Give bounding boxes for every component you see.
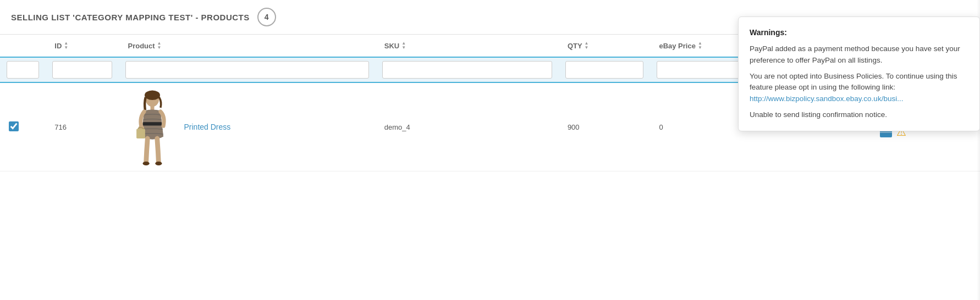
filter-product-input[interactable]: [125, 61, 368, 79]
filter-qty-input[interactable]: [565, 61, 644, 79]
row-sku-cell: demo_4: [376, 82, 559, 171]
filter-checkbox-cell: [0, 57, 46, 82]
filter-product-cell: [119, 57, 375, 82]
product-image-wrapper: Printed Dress: [128, 88, 366, 165]
page-title: SELLING LIST 'CATEGORY MAPPING TEST' - P…: [11, 13, 250, 22]
svg-rect-5: [137, 129, 146, 139]
ebay-price-sort-icon[interactable]: ▲ ▼: [698, 41, 702, 50]
page-wrapper: SELLING LIST 'CATEGORY MAPPING TEST' - P…: [0, 0, 980, 300]
warning-line-1: PayPal added as a payment method because…: [750, 43, 968, 66]
svg-point-1: [145, 91, 160, 101]
product-name-link[interactable]: Printed Dress: [184, 123, 230, 131]
id-sort-down[interactable]: ▼: [64, 46, 68, 50]
th-ebay-price-label: eBay Price: [659, 42, 696, 50]
warning-line-3: http://www.bizpolicy.sandbox.ebay.co.uk/…: [750, 93, 968, 105]
th-sku[interactable]: SKU ▲ ▼: [376, 35, 559, 57]
sku-sort-down[interactable]: ▼: [401, 46, 406, 50]
warning-popup-title: Warnings:: [750, 27, 968, 39]
qty-sort-down[interactable]: ▼: [585, 46, 589, 50]
row-qty-cell: 900: [559, 82, 651, 171]
filter-id-cell: [46, 57, 119, 82]
th-qty-label: QTY: [568, 42, 582, 50]
sku-sort-icon[interactable]: ▲ ▼: [401, 41, 406, 50]
row-product-cell: Printed Dress: [119, 82, 375, 171]
count-badge: 4: [257, 8, 276, 26]
row-id: 716: [54, 123, 67, 131]
filter-sku-input[interactable]: [382, 61, 552, 79]
product-image: [128, 88, 177, 165]
ebay-price-sort-down[interactable]: ▼: [698, 46, 702, 50]
filter-qty-cell: [559, 57, 651, 82]
warning-link[interactable]: http://www.bizpolicy.sandbox.ebay.co.uk/…: [750, 95, 903, 103]
warning-line-2: You are not opted into Business Policies…: [750, 71, 968, 94]
warning-popup: Warnings: PayPal added as a payment meth…: [738, 16, 980, 131]
qty-sort-icon[interactable]: ▲ ▼: [585, 41, 589, 50]
row-checkbox[interactable]: [9, 121, 19, 131]
id-sort-icon[interactable]: ▲ ▼: [64, 41, 68, 50]
filter-checkbox-input[interactable]: [7, 61, 39, 79]
row-id-cell: 716: [46, 82, 119, 171]
filter-id-input[interactable]: [52, 61, 112, 79]
svg-point-7: [156, 162, 162, 165]
svg-point-6: [143, 162, 150, 165]
warning-popup-text: PayPal added as a payment method because…: [750, 43, 968, 121]
warning-line-4: Unable to send listing confirmation noti…: [750, 109, 968, 121]
product-sort-icon[interactable]: ▲ ▼: [157, 41, 162, 50]
product-sort-down[interactable]: ▼: [157, 46, 162, 50]
th-sku-label: SKU: [384, 42, 399, 50]
row-qty: 900: [568, 123, 580, 131]
th-id[interactable]: ID ▲ ▼: [46, 35, 119, 57]
svg-rect-3: [143, 122, 162, 125]
row-sku: demo_4: [384, 123, 410, 131]
th-id-label: ID: [54, 42, 62, 50]
filter-sku-cell: [376, 57, 559, 82]
row-checkbox-cell: [0, 82, 46, 171]
th-checkbox: [0, 35, 46, 57]
th-product-label: Product: [128, 42, 155, 50]
th-qty[interactable]: QTY ▲ ▼: [559, 35, 651, 57]
th-product[interactable]: Product ▲ ▼: [119, 35, 375, 57]
row-ebay-price: 0: [659, 123, 663, 131]
